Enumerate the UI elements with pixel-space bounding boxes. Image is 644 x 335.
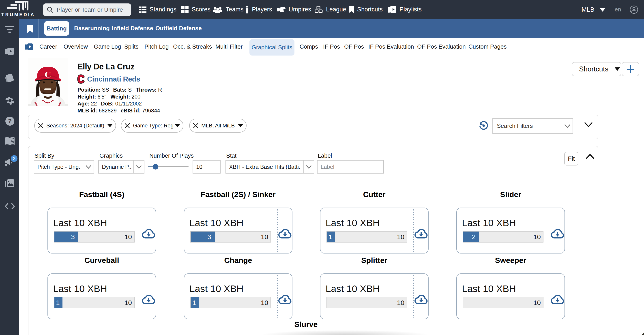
svg-text:C: C (45, 70, 51, 80)
svg-text:?: ? (8, 118, 12, 124)
